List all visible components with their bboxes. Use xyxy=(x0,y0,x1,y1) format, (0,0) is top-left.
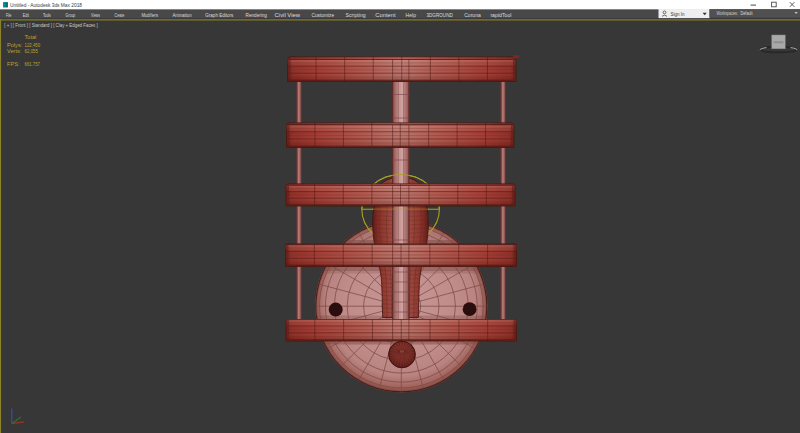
svg-text:Corona: Corona xyxy=(464,12,481,18)
svg-text:Tools: Tools xyxy=(43,12,51,18)
svg-text:122,450: 122,450 xyxy=(25,42,41,48)
svg-text:Default: Default xyxy=(741,10,753,16)
svg-text:Polys:: Polys: xyxy=(7,42,23,48)
svg-text:[ + ] [ Front ] [ Standard ] [: [ + ] [ Front ] [ Standard ] [ Clay + Ed… xyxy=(4,22,98,28)
svg-text:Help: Help xyxy=(406,12,417,18)
svg-text:Total: Total xyxy=(25,34,37,40)
svg-text:661.757: 661.757 xyxy=(25,61,41,67)
svg-text:File: File xyxy=(6,12,11,18)
svg-text:Scripting: Scripting xyxy=(346,12,366,18)
svg-text:Verts:: Verts: xyxy=(7,48,22,54)
svg-text:Rendering: Rendering xyxy=(246,12,267,18)
svg-text:Create: Create xyxy=(115,12,125,18)
svg-text:62,055: 62,055 xyxy=(25,48,39,54)
svg-text:Sign In: Sign In xyxy=(671,11,685,17)
svg-text:3DGROUND: 3DGROUND xyxy=(427,12,453,18)
svg-text:rapidTool: rapidTool xyxy=(490,12,511,18)
svg-text:Edit: Edit xyxy=(23,12,29,18)
svg-text:Group: Group xyxy=(66,12,76,18)
svg-text:Graph Editors: Graph Editors xyxy=(205,12,233,18)
svg-text:FPS:: FPS: xyxy=(7,61,20,67)
svg-text:Content: Content xyxy=(375,12,396,18)
svg-text:Customize: Customize xyxy=(311,12,334,18)
svg-text:Animation: Animation xyxy=(172,12,191,18)
svg-text:Civil View: Civil View xyxy=(275,12,301,18)
svg-text:Untitled - Autodesk 3ds Max 20: Untitled - Autodesk 3ds Max 2018 xyxy=(10,2,82,8)
svg-text:Views: Views xyxy=(91,12,100,18)
svg-text:Modifiers: Modifiers xyxy=(141,12,158,18)
svg-text:Workspaces:: Workspaces: xyxy=(717,10,739,16)
